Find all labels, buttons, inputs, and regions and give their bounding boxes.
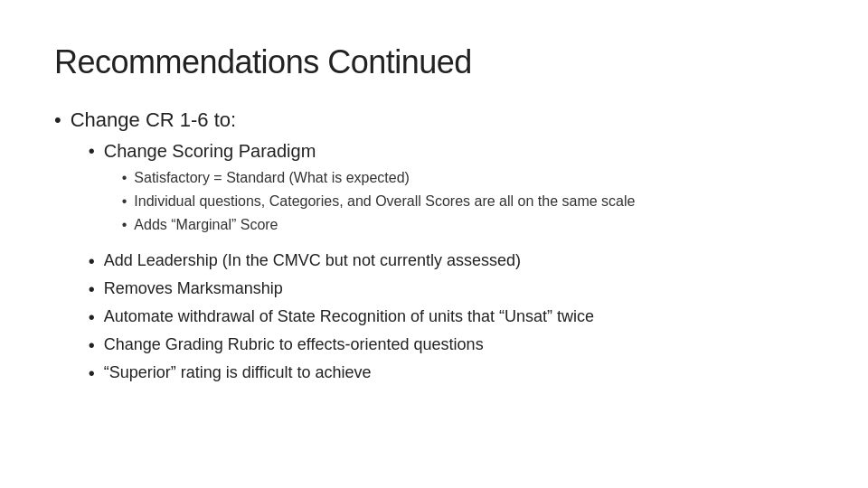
bullet2-icon: • [89, 138, 95, 164]
bullet3-icon-3: • [122, 214, 127, 236]
level2-item: • Change Scoring Paradigm • Satisfactory… [89, 138, 636, 241]
level2-additional-item-1: • Add Leadership (In the CMVC but not cu… [89, 249, 636, 274]
slide: Recommendations Continued • Change CR 1-… [0, 0, 868, 488]
level1-list: • Change CR 1-6 to: • Change Scoring Par… [54, 107, 814, 389]
level3-item-text-3: Adds “Marginal” Score [134, 214, 278, 236]
level3-item-2: • Individual questions, Categories, and … [122, 191, 636, 212]
level3-list: • Satisfactory = Standard (What is expec… [104, 167, 636, 236]
bullet1-icon: • [54, 107, 61, 135]
level3-item-3: • Adds “Marginal” Score [122, 214, 636, 236]
level1-item: • Change CR 1-6 to: • Change Scoring Par… [54, 107, 814, 389]
level3-item-1: • Satisfactory = Standard (What is expec… [122, 167, 636, 189]
level2-list: • Change Scoring Paradigm • Satisfactory… [71, 138, 636, 241]
level2-additional-text-1: Add Leadership (In the CMVC but not curr… [104, 249, 521, 273]
level2-additional-item-2: • Removes Marksmanship [89, 277, 636, 302]
level3-item-text-1: Satisfactory = Standard (What is expecte… [134, 167, 410, 189]
level2-additional-item-3: • Automate withdrawal of State Recogniti… [89, 305, 636, 330]
slide-title: Recommendations Continued [54, 43, 814, 81]
level2-additional-item-4: • Change Grading Rubric to effects-orien… [89, 333, 636, 358]
bullet2-add-icon-3: • [89, 305, 95, 330]
level2-additional-text-5: “Superior” rating is difficult to achiev… [104, 361, 372, 385]
level1-item-content: Change CR 1-6 to: • Change Scoring Parad… [71, 107, 636, 389]
level2-additional-list: • Add Leadership (In the CMVC but not cu… [71, 249, 636, 386]
bullet3-icon-1: • [122, 167, 127, 189]
bullet2-add-icon-5: • [89, 361, 95, 386]
level2-additional-item-5: • “Superior” rating is difficult to achi… [89, 361, 636, 386]
bullet2-add-icon-1: • [89, 249, 95, 274]
level2-item-text: Change Scoring Paradigm [104, 141, 316, 161]
bullet3-icon-2: • [122, 191, 127, 212]
level3-item-text-2: Individual questions, Categories, and Ov… [134, 191, 635, 212]
level2-additional-text-3: Automate withdrawal of State Recognition… [104, 305, 594, 329]
level1-item-text: Change CR 1-6 to: [71, 108, 236, 131]
level2-additional-text-4: Change Grading Rubric to effects-oriente… [104, 333, 484, 357]
bullet2-add-icon-4: • [89, 333, 95, 358]
level2-additional-text-2: Removes Marksmanship [104, 277, 283, 301]
level2-item-content: Change Scoring Paradigm • Satisfactory =… [104, 138, 636, 241]
bullet2-add-icon-2: • [89, 277, 95, 302]
